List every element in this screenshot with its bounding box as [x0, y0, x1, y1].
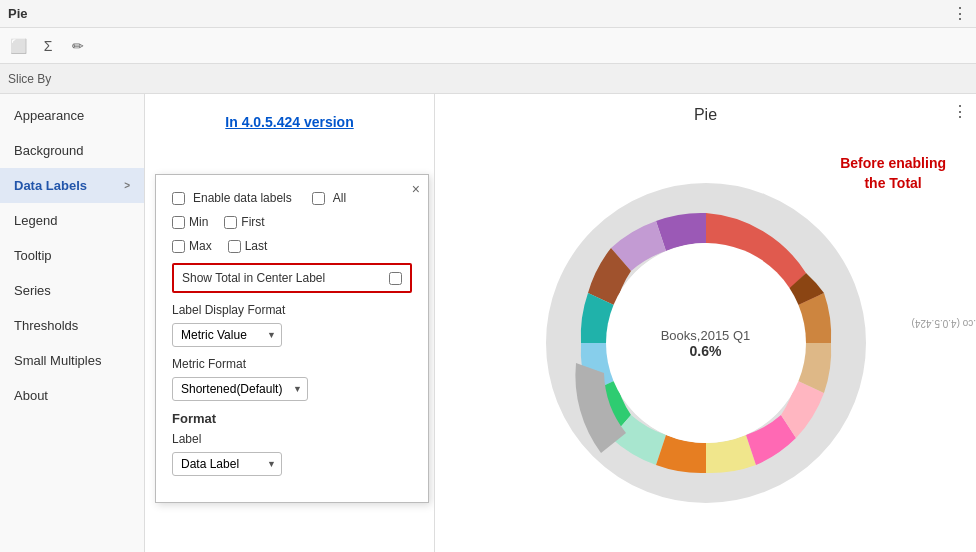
sidebar: Appearance Background Data Labels > Lege…: [0, 94, 145, 552]
last-checkbox-item: Last: [228, 239, 268, 253]
metric-value-select-row: Metric Value: [172, 323, 412, 347]
main-layout: Appearance Background Data Labels > Lege…: [0, 94, 976, 552]
sidebar-item-about[interactable]: About: [0, 378, 144, 413]
data-label-select[interactable]: Data Label: [172, 452, 282, 476]
sidebar-item-thresholds[interactable]: Thresholds: [0, 308, 144, 343]
slice-by-bar: Slice By: [0, 64, 976, 94]
version-link[interactable]: In 4.0.5.424 version: [225, 114, 353, 130]
max-label: Max: [189, 239, 212, 253]
data-label-select-row: Data Label: [172, 452, 412, 476]
donut-svg: [526, 163, 886, 523]
metric-value-select[interactable]: Metric Value: [172, 323, 282, 347]
first-label: First: [241, 215, 264, 229]
metric-value-wrapper: Metric Value: [172, 323, 282, 347]
sidebar-item-background[interactable]: Background: [0, 133, 144, 168]
dialog-panel: × Enable data labels All Min First: [155, 174, 429, 503]
sum-icon[interactable]: Σ: [38, 36, 58, 56]
top-bar-title: Pie: [8, 6, 28, 21]
sidebar-item-data-labels[interactable]: Data Labels >: [0, 168, 144, 203]
max-checkbox[interactable]: [172, 240, 185, 253]
min-checkbox[interactable]: [172, 216, 185, 229]
label-sub-label: Label: [172, 432, 412, 446]
shortened-select-row: Shortened(Default): [172, 377, 412, 401]
sidebar-item-legend[interactable]: Legend: [0, 203, 144, 238]
link-section: In 4.0.5.424 version: [145, 94, 434, 150]
sidebar-item-appearance[interactable]: Appearance: [0, 98, 144, 133]
last-label: Last: [245, 239, 268, 253]
donut-hole: [606, 243, 806, 443]
shortened-select[interactable]: Shortened(Default): [172, 377, 308, 401]
enable-data-labels-row: Enable data labels All: [172, 191, 412, 205]
enable-data-labels-checkbox[interactable]: [172, 192, 185, 205]
arrow-icon: >: [124, 180, 130, 191]
table-icon[interactable]: ⬜: [8, 36, 28, 56]
max-checkbox-item: Max: [172, 239, 212, 253]
top-bar: Pie ⋮: [0, 0, 976, 28]
sidebar-item-tooltip[interactable]: Tooltip: [0, 238, 144, 273]
last-checkbox[interactable]: [228, 240, 241, 253]
top-bar-dots[interactable]: ⋮: [952, 4, 968, 23]
sidebar-item-small-multiples[interactable]: Small Multiples: [0, 343, 144, 378]
vertical-watermark: http://vitara.co (4.0.5.424): [912, 318, 976, 329]
toolbar: ⬜ Σ ✏: [0, 28, 976, 64]
metric-format-section: Metric Format Shortened(Default): [172, 357, 412, 401]
panel-area: In 4.0.5.424 version × Enable data label…: [145, 94, 435, 552]
min-first-group: Min First: [172, 215, 412, 229]
slice-by-label: Slice By: [8, 72, 51, 86]
all-checkbox[interactable]: [312, 192, 325, 205]
metric-format-label: Metric Format: [172, 357, 412, 371]
first-checkbox[interactable]: [224, 216, 237, 229]
show-total-box: Show Total in Center Label: [172, 263, 412, 293]
max-last-group: Max Last: [172, 239, 412, 253]
first-checkbox-item: First: [224, 215, 264, 229]
label-display-format-section: Label Display Format Metric Value: [172, 303, 412, 347]
close-button[interactable]: ×: [412, 181, 420, 197]
chart-area: Pie ⋮ Before enabling the Total: [435, 94, 976, 552]
chart-dots[interactable]: ⋮: [952, 102, 968, 121]
format-title: Format: [172, 411, 412, 426]
min-label: Min: [189, 215, 208, 229]
chart-title: Pie: [694, 106, 717, 124]
sidebar-item-series[interactable]: Series: [0, 273, 144, 308]
all-label: All: [333, 191, 346, 205]
enable-data-labels-label: Enable data labels: [193, 191, 292, 205]
edit-icon[interactable]: ✏: [68, 36, 88, 56]
donut-chart: Books,2015 Q1 0.6%: [526, 163, 886, 523]
label-display-format-label: Label Display Format: [172, 303, 412, 317]
data-label-wrapper: Data Label: [172, 452, 282, 476]
min-checkbox-item: Min: [172, 215, 208, 229]
shortened-wrapper: Shortened(Default): [172, 377, 308, 401]
show-total-checkbox[interactable]: [389, 272, 402, 285]
show-total-label: Show Total in Center Label: [182, 271, 325, 285]
format-section: Format Label Data Label: [172, 411, 412, 476]
